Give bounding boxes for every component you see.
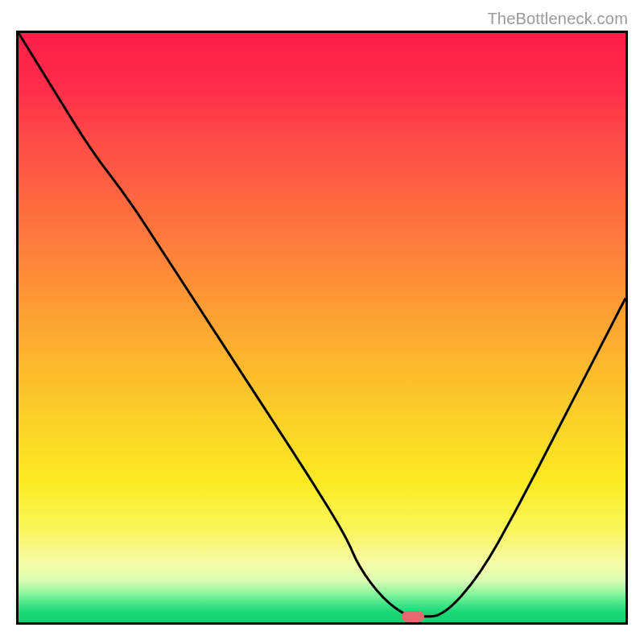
plot-area	[16, 31, 628, 625]
gradient-background	[19, 33, 625, 622]
chart-container: TheBottleneck.com	[0, 0, 644, 644]
watermark-text: TheBottleneck.com	[487, 10, 628, 28]
